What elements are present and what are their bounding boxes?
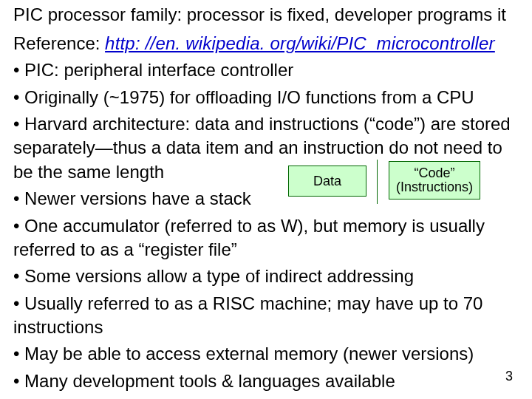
page-number: 3: [505, 369, 513, 384]
bullet-risc: • Usually referred to as a RISC machine;…: [13, 292, 519, 340]
bullet-pic: • PIC: peripheral interface controller: [13, 58, 519, 82]
slide: PIC processor family: processor is fixed…: [0, 0, 532, 399]
reference-line: Reference: http: //en. wikipedia. org/wi…: [13, 32, 519, 55]
bullet-indirect: • Some versions allow a type of indirect…: [13, 265, 519, 288]
bullet-stack: • Newer versions have a stack: [13, 187, 519, 211]
bullet-harvard: • Harvard architecture: data and instruc…: [13, 112, 519, 184]
reference-label: Reference:: [13, 33, 105, 53]
slide-title: PIC processor family: processor is fixed…: [13, 4, 519, 26]
bullet-tools: • Many development tools & languages ava…: [13, 369, 519, 393]
bullet-accumulator: • One accumulator (referred to as W), bu…: [13, 214, 519, 262]
bullet-origin: • Originally (~1975) for offloading I/O …: [13, 86, 519, 109]
bullet-external-mem: • May be able to access external memory …: [13, 342, 519, 366]
slide-body: Reference: http: //en. wikipedia. org/wi…: [13, 32, 519, 393]
reference-link[interactable]: http: //en. wikipedia. org/wiki/PIC_micr…: [105, 33, 495, 53]
